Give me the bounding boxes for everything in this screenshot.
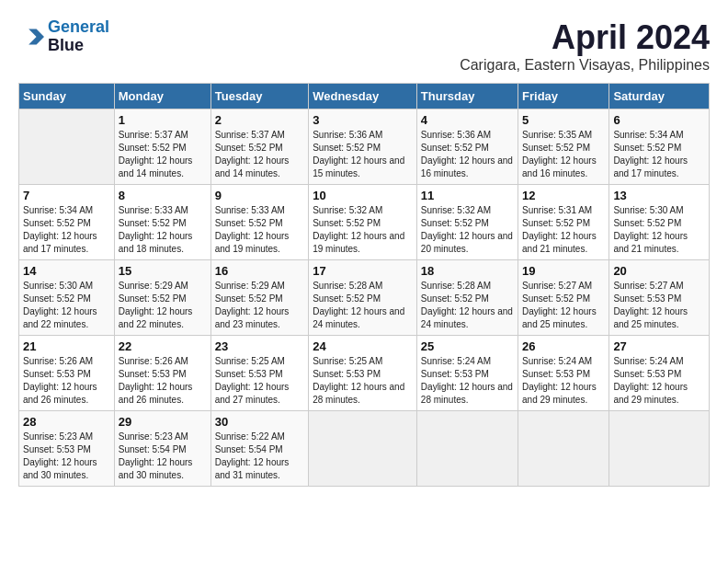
day-info: Sunrise: 5:24 AMSunset: 5:53 PMDaylight:… (522, 355, 605, 407)
calendar-cell (416, 411, 518, 487)
calendar-cell: 27Sunrise: 5:24 AMSunset: 5:53 PMDayligh… (609, 336, 710, 411)
header-cell-saturday: Saturday (609, 84, 710, 109)
day-number: 6 (613, 113, 705, 127)
day-info: Sunrise: 5:29 AMSunset: 5:52 PMDaylight:… (215, 280, 304, 331)
day-number: 20 (613, 264, 705, 278)
day-info: Sunrise: 5:30 AMSunset: 5:52 PMDaylight:… (23, 280, 110, 331)
calendar-cell: 11Sunrise: 5:32 AMSunset: 5:52 PMDayligh… (416, 185, 518, 260)
day-number: 14 (23, 264, 110, 278)
calendar-cell: 29Sunrise: 5:23 AMSunset: 5:54 PMDayligh… (114, 411, 210, 487)
logo-icon (18, 24, 44, 50)
day-number: 8 (119, 189, 207, 202)
day-info: Sunrise: 5:25 AMSunset: 5:53 PMDaylight:… (215, 355, 304, 407)
day-number: 18 (421, 264, 514, 278)
subtitle: Carigara, Eastern Visayas, Philippines (460, 57, 710, 74)
day-info: Sunrise: 5:26 AMSunset: 5:53 PMDaylight:… (23, 355, 110, 407)
day-info: Sunrise: 5:36 AMSunset: 5:52 PMDaylight:… (313, 129, 413, 180)
day-number: 19 (522, 264, 605, 278)
calendar-cell: 22Sunrise: 5:26 AMSunset: 5:53 PMDayligh… (114, 336, 210, 411)
title-area: April 2024 Carigara, Eastern Visayas, Ph… (460, 18, 710, 74)
day-info: Sunrise: 5:31 AMSunset: 5:52 PMDaylight:… (522, 204, 605, 256)
calendar-cell: 10Sunrise: 5:32 AMSunset: 5:52 PMDayligh… (309, 185, 417, 260)
calendar-cell: 17Sunrise: 5:28 AMSunset: 5:52 PMDayligh… (309, 260, 417, 336)
day-info: Sunrise: 5:27 AMSunset: 5:52 PMDaylight:… (522, 280, 605, 331)
day-number: 16 (215, 264, 304, 278)
day-number: 1 (119, 113, 207, 127)
day-info: Sunrise: 5:24 AMSunset: 5:53 PMDaylight:… (421, 355, 514, 407)
calendar-cell (609, 411, 710, 487)
day-number: 7 (23, 189, 110, 202)
day-number: 2 (215, 113, 304, 127)
calendar-cell: 13Sunrise: 5:30 AMSunset: 5:52 PMDayligh… (609, 185, 710, 260)
day-number: 21 (23, 339, 110, 353)
header: General Blue April 2024 Carigara, Easter… (18, 18, 710, 74)
day-number: 30 (215, 415, 304, 429)
day-number: 29 (119, 415, 207, 429)
week-row-5: 28Sunrise: 5:23 AMSunset: 5:53 PMDayligh… (19, 411, 710, 487)
calendar-cell: 8Sunrise: 5:33 AMSunset: 5:52 PMDaylight… (114, 185, 210, 260)
calendar-cell: 1Sunrise: 5:37 AMSunset: 5:52 PMDaylight… (114, 109, 210, 185)
header-cell-monday: Monday (114, 84, 210, 109)
week-row-2: 7Sunrise: 5:34 AMSunset: 5:52 PMDaylight… (19, 185, 710, 260)
header-row: SundayMondayTuesdayWednesdayThursdayFrid… (19, 84, 710, 109)
day-info: Sunrise: 5:32 AMSunset: 5:52 PMDaylight:… (313, 204, 413, 256)
day-number: 22 (119, 339, 207, 353)
day-info: Sunrise: 5:24 AMSunset: 5:53 PMDaylight:… (613, 355, 705, 407)
day-info: Sunrise: 5:27 AMSunset: 5:53 PMDaylight:… (613, 280, 705, 331)
day-info: Sunrise: 5:22 AMSunset: 5:54 PMDaylight:… (215, 431, 304, 482)
calendar-cell: 26Sunrise: 5:24 AMSunset: 5:53 PMDayligh… (518, 336, 609, 411)
week-row-3: 14Sunrise: 5:30 AMSunset: 5:52 PMDayligh… (19, 260, 710, 336)
main-title: April 2024 (460, 18, 710, 57)
calendar-cell: 28Sunrise: 5:23 AMSunset: 5:53 PMDayligh… (19, 411, 115, 487)
day-number: 23 (215, 339, 304, 353)
calendar-cell: 7Sunrise: 5:34 AMSunset: 5:52 PMDaylight… (19, 185, 115, 260)
calendar-cell: 3Sunrise: 5:36 AMSunset: 5:52 PMDaylight… (309, 109, 417, 185)
svg-marker-0 (28, 29, 44, 44)
day-info: Sunrise: 5:29 AMSunset: 5:52 PMDaylight:… (119, 280, 207, 331)
calendar-cell (518, 411, 609, 487)
header-cell-friday: Friday (518, 84, 609, 109)
day-number: 15 (119, 264, 207, 278)
day-info: Sunrise: 5:36 AMSunset: 5:52 PMDaylight:… (421, 129, 514, 180)
calendar-cell: 4Sunrise: 5:36 AMSunset: 5:52 PMDaylight… (416, 109, 518, 185)
week-row-4: 21Sunrise: 5:26 AMSunset: 5:53 PMDayligh… (19, 336, 710, 411)
day-info: Sunrise: 5:32 AMSunset: 5:52 PMDaylight:… (421, 204, 514, 256)
header-cell-tuesday: Tuesday (210, 84, 308, 109)
day-number: 25 (421, 339, 514, 353)
day-info: Sunrise: 5:23 AMSunset: 5:54 PMDaylight:… (119, 431, 207, 482)
calendar-cell (19, 109, 115, 185)
calendar-cell: 24Sunrise: 5:25 AMSunset: 5:53 PMDayligh… (309, 336, 417, 411)
calendar-cell: 14Sunrise: 5:30 AMSunset: 5:52 PMDayligh… (19, 260, 115, 336)
calendar-cell: 15Sunrise: 5:29 AMSunset: 5:52 PMDayligh… (114, 260, 210, 336)
calendar-cell: 30Sunrise: 5:22 AMSunset: 5:54 PMDayligh… (210, 411, 308, 487)
day-number: 5 (522, 113, 605, 127)
day-info: Sunrise: 5:37 AMSunset: 5:52 PMDaylight:… (119, 129, 207, 180)
calendar-cell: 20Sunrise: 5:27 AMSunset: 5:53 PMDayligh… (609, 260, 710, 336)
header-cell-wednesday: Wednesday (309, 84, 417, 109)
calendar-table: SundayMondayTuesdayWednesdayThursdayFrid… (18, 83, 710, 487)
calendar-cell: 6Sunrise: 5:34 AMSunset: 5:52 PMDaylight… (609, 109, 710, 185)
calendar-cell: 5Sunrise: 5:35 AMSunset: 5:52 PMDaylight… (518, 109, 609, 185)
calendar-cell: 18Sunrise: 5:28 AMSunset: 5:52 PMDayligh… (416, 260, 518, 336)
calendar-cell: 19Sunrise: 5:27 AMSunset: 5:52 PMDayligh… (518, 260, 609, 336)
day-info: Sunrise: 5:25 AMSunset: 5:53 PMDaylight:… (313, 355, 413, 407)
day-number: 12 (522, 189, 605, 202)
day-info: Sunrise: 5:28 AMSunset: 5:52 PMDaylight:… (313, 280, 413, 331)
calendar-cell (309, 411, 417, 487)
day-number: 26 (522, 339, 605, 353)
day-number: 28 (23, 415, 110, 429)
day-number: 9 (215, 189, 304, 202)
day-info: Sunrise: 5:37 AMSunset: 5:52 PMDaylight:… (215, 129, 304, 180)
day-info: Sunrise: 5:34 AMSunset: 5:52 PMDaylight:… (23, 204, 110, 256)
day-number: 24 (313, 339, 413, 353)
day-info: Sunrise: 5:26 AMSunset: 5:53 PMDaylight:… (119, 355, 207, 407)
day-info: Sunrise: 5:33 AMSunset: 5:52 PMDaylight:… (119, 204, 207, 256)
calendar-cell: 2Sunrise: 5:37 AMSunset: 5:52 PMDaylight… (210, 109, 308, 185)
day-info: Sunrise: 5:33 AMSunset: 5:52 PMDaylight:… (215, 204, 304, 256)
day-info: Sunrise: 5:28 AMSunset: 5:52 PMDaylight:… (421, 280, 514, 331)
calendar-cell: 16Sunrise: 5:29 AMSunset: 5:52 PMDayligh… (210, 260, 308, 336)
day-info: Sunrise: 5:34 AMSunset: 5:52 PMDaylight:… (613, 129, 705, 180)
logo: General Blue (18, 18, 109, 55)
week-row-1: 1Sunrise: 5:37 AMSunset: 5:52 PMDaylight… (19, 109, 710, 185)
day-info: Sunrise: 5:30 AMSunset: 5:52 PMDaylight:… (613, 204, 705, 256)
